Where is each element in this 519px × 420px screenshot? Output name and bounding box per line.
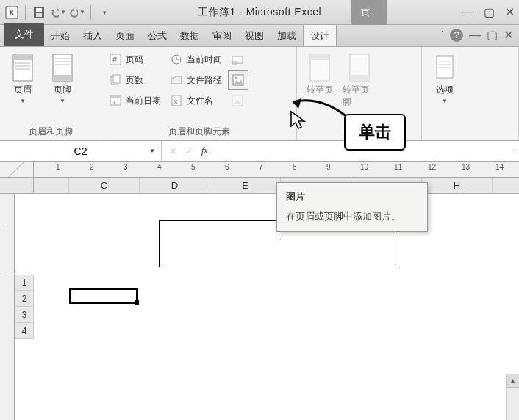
svg-rect-11 (53, 75, 72, 81)
vertical-scrollbar[interactable]: ▲ (506, 374, 519, 420)
group-options: 选项 ▼ (422, 47, 519, 140)
row-header[interactable]: 4 (15, 323, 34, 339)
ribbon-tab-bar: 文件 开始 插入 页面 公式 数据 审阅 视图 加载 设计 ˆ ? — ▢ ✕ (0, 25, 519, 47)
file-name-button[interactable]: x 文件名 (167, 91, 225, 110)
ribbon-minimize[interactable]: ˆ (441, 30, 444, 40)
page-count-button[interactable]: 页数 (106, 70, 164, 90)
row-header[interactable]: 1 (15, 275, 34, 291)
current-date-button[interactable]: 7 当前日期 (106, 91, 164, 110)
tab-home[interactable]: 开始 (44, 25, 76, 46)
goto-footer-icon (347, 53, 372, 82)
clock-icon (170, 53, 183, 66)
scroll-up-button[interactable]: ▲ (507, 374, 519, 388)
file-name-label: 文件名 (187, 95, 213, 107)
window-controls: — ▢ ✕ (462, 5, 516, 19)
svg-text:X: X (9, 8, 15, 17)
fx-button[interactable]: fx (201, 145, 208, 156)
svg-point-30 (235, 77, 237, 79)
vertical-ruler: — — (0, 194, 15, 420)
doc-maximize[interactable]: ▢ (487, 28, 498, 42)
page-number-button[interactable]: # 页码 (106, 50, 164, 69)
ruler-tick: 6 (225, 163, 229, 171)
cancel-icon[interactable]: ✕ (169, 146, 176, 156)
minimize-button[interactable]: — (462, 5, 475, 19)
name-box[interactable]: C2 (0, 141, 162, 161)
tab-addin[interactable]: 加载 (271, 25, 303, 46)
save-button[interactable] (30, 4, 48, 21)
chevron-down-icon: ▼ (60, 9, 66, 15)
doc-minimize[interactable]: — (469, 29, 481, 42)
group-label (426, 123, 514, 140)
tab-design[interactable]: 设计 (303, 24, 337, 46)
maximize-button[interactable]: ▢ (482, 5, 495, 19)
qat-customize-button[interactable]: ▾ (96, 4, 113, 21)
group-label: 页眉和页脚元素 (106, 123, 292, 140)
annotation-callout: 单击 (344, 114, 406, 151)
ruler-track: 1234567891011121314 (34, 162, 519, 177)
context-tab-header: 页... (351, 0, 387, 25)
help-button[interactable]: ? (450, 29, 463, 42)
options-button[interactable]: 选项 ▼ (426, 50, 463, 107)
header-page-icon (10, 53, 35, 82)
worksheet-area[interactable]: — — 1 2 3 4 ▲ (0, 194, 519, 420)
tooltip-title: 图片 (286, 190, 418, 203)
column-header[interactable]: C (69, 178, 140, 193)
current-time-button[interactable]: 当前时间 (167, 50, 225, 69)
goto-footer-button[interactable]: 转至页脚 (341, 50, 378, 112)
quick-access-toolbar: X ▼ ▼ ▾ (3, 4, 113, 21)
format-picture-icon (231, 94, 244, 107)
tab-file[interactable]: 文件 (4, 23, 44, 46)
svg-rect-3 (36, 8, 42, 12)
select-all-corner[interactable] (0, 162, 34, 177)
column-header[interactable]: D (140, 178, 210, 193)
row-header-gutter (0, 178, 34, 193)
tooltip-body: 在页眉或页脚中添加图片。 (286, 209, 418, 224)
svg-text:7: 7 (112, 99, 116, 106)
ruler-tick: 8 (293, 163, 297, 171)
file-path-button[interactable]: 文件路径 (167, 70, 225, 90)
ruler-tick: 5 (191, 163, 196, 171)
ribbon: 页眉 ▼ 页脚 ▼ 页眉和页脚 # 页码 页数 (0, 47, 519, 141)
goto-header-icon (307, 53, 332, 82)
footer-button[interactable]: 页脚 ▼ (44, 50, 81, 107)
enter-icon[interactable]: ✓ (185, 146, 193, 156)
redo-button[interactable]: ▼ (68, 4, 86, 21)
page-count-label: 页数 (126, 74, 143, 87)
format-picture-button[interactable] (228, 91, 248, 110)
header-button[interactable]: 页眉 ▼ (4, 50, 41, 107)
svg-rect-6 (13, 54, 32, 60)
tab-formula[interactable]: 公式 (141, 25, 173, 46)
current-date-label: 当前日期 (126, 95, 161, 107)
column-header[interactable]: E (210, 178, 281, 193)
column-header[interactable]: H (422, 178, 493, 193)
page-number-label: 页码 (126, 54, 143, 66)
tab-insert[interactable]: 插入 (76, 25, 109, 46)
excel-icon[interactable]: X (3, 4, 21, 21)
picture-button[interactable] (228, 70, 248, 90)
svg-rect-18 (113, 75, 120, 83)
tab-data[interactable]: 数据 (173, 25, 206, 46)
column-header-blank[interactable] (34, 178, 69, 193)
tab-page[interactable]: 页面 (109, 25, 141, 46)
chevron-down-icon: ▼ (79, 9, 85, 15)
tab-view[interactable]: 视图 (238, 25, 271, 46)
sheet-name-button[interactable] (228, 50, 248, 69)
tab-review[interactable]: 审阅 (206, 25, 238, 46)
formula-expand[interactable]: ˇ (512, 150, 515, 158)
ruler-tick: 13 (462, 163, 470, 171)
column-headers: C D E H (0, 178, 519, 194)
file-path-label: 文件路径 (187, 74, 222, 87)
svg-text:x: x (174, 98, 178, 105)
pages-icon (109, 73, 122, 87)
picture-icon (232, 73, 245, 87)
undo-button[interactable]: ▼ (49, 4, 67, 21)
svg-rect-4 (36, 13, 42, 17)
row-header[interactable]: 3 (15, 307, 34, 323)
header-button-label: 页眉 (14, 84, 32, 96)
sheet-icon: x (170, 94, 183, 107)
qat-divider (90, 5, 91, 20)
close-button[interactable]: ✕ (503, 5, 516, 19)
goto-header-button[interactable]: 转至页 (301, 50, 338, 99)
doc-close[interactable]: ✕ (504, 28, 513, 42)
row-header[interactable]: 2 (15, 291, 34, 307)
